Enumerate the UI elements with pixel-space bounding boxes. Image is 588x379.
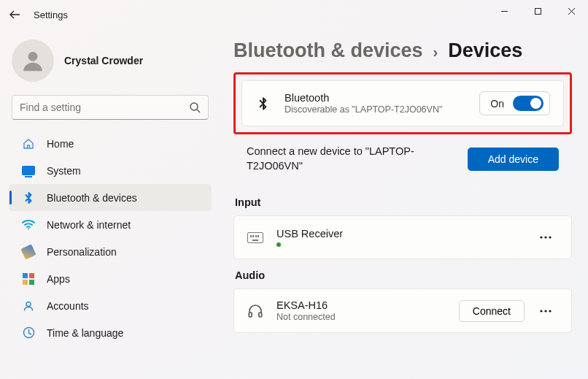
nav-item-accounts[interactable]: Accounts [9, 292, 212, 319]
nav-item-home[interactable]: Home [9, 130, 212, 157]
ellipsis-icon [540, 236, 552, 239]
maximize-button[interactable] [521, 0, 554, 22]
section-heading-input: Input [235, 196, 572, 208]
breadcrumb-parent[interactable]: Bluetooth & devices [233, 39, 423, 62]
nav-item-personalization[interactable]: Personalization [9, 238, 212, 265]
keyboard-icon [247, 229, 263, 245]
input-device-body: USB Receiver [276, 228, 520, 247]
nav-label: Accounts [47, 300, 89, 312]
app-title: Settings [34, 9, 68, 20]
bluetooth-title: Bluetooth [285, 92, 466, 104]
nav-label: Personalization [47, 246, 117, 258]
svg-point-8 [549, 237, 551, 239]
headphones-icon [247, 303, 263, 319]
nav-item-time-language[interactable]: Time & language [9, 319, 212, 346]
back-button[interactable] [0, 0, 29, 29]
search-input[interactable] [20, 102, 189, 113]
search-icon [189, 102, 201, 113]
accounts-icon [22, 299, 35, 313]
arrow-left-icon [9, 9, 20, 20]
add-device-row: Connect a new device to "LAPTOP-T2JO06VN… [233, 137, 572, 186]
connect-button[interactable]: Connect [459, 300, 525, 322]
section-heading-audio: Audio [235, 269, 572, 281]
svg-point-2 [190, 103, 198, 110]
home-icon [22, 137, 35, 150]
bluetooth-highlight-box: Bluetooth Discoverable as "LAPTOP-T2JO06… [233, 72, 572, 134]
audio-device-body: EKSA-H16 Not connected [276, 299, 446, 322]
add-device-button[interactable]: Add device [468, 148, 559, 171]
toggle-label: On [490, 98, 504, 110]
nav-label: Time & language [47, 327, 123, 339]
nav-label: Home [47, 138, 74, 150]
bluetooth-icon [255, 96, 271, 112]
nav-item-system[interactable]: System [9, 157, 212, 184]
wifi-icon [22, 218, 35, 231]
add-device-text: Connect a new device to "LAPTOP-T2JO06VN… [247, 145, 454, 173]
apps-icon [22, 272, 35, 286]
svg-point-11 [540, 310, 542, 312]
svg-rect-0 [535, 8, 541, 14]
svg-point-3 [28, 228, 29, 229]
bluetooth-toggle[interactable]: On [479, 91, 550, 115]
input-device-card[interactable]: USB Receiver [233, 215, 572, 259]
content-area: Bluetooth & devices › Devices Bluetooth … [219, 29, 588, 379]
input-device-title: USB Receiver [276, 228, 520, 240]
breadcrumb: Bluetooth & devices › Devices [233, 39, 572, 62]
nav-item-network[interactable]: Network & internet [9, 211, 212, 238]
audio-device-title: EKSA-H16 [276, 299, 446, 311]
more-button[interactable] [533, 300, 558, 322]
close-button[interactable] [554, 0, 588, 22]
audio-device-status: Not connected [276, 312, 446, 322]
svg-point-1 [28, 52, 38, 61]
window-controls [487, 0, 588, 23]
audio-device-card[interactable]: EKSA-H16 Not connected Connect [233, 288, 572, 333]
bluetooth-subtitle: Discoverable as "LAPTOP-T2JO06VN" [285, 104, 466, 115]
system-icon [22, 164, 35, 177]
nav-item-apps[interactable]: Apps [9, 265, 212, 292]
status-dot-connected-icon [276, 242, 281, 247]
nav-label: Bluetooth & devices [47, 192, 137, 204]
svg-point-6 [540, 237, 542, 239]
bluetooth-card: Bluetooth Discoverable as "LAPTOP-T2JO06… [241, 80, 564, 126]
sidebar: Crystal Crowder Home System Bluetooth [0, 29, 219, 379]
breadcrumb-current: Devices [448, 39, 522, 62]
search-box[interactable] [12, 95, 209, 120]
bluetooth-icon [22, 191, 35, 204]
svg-point-12 [544, 310, 546, 312]
person-icon [20, 48, 45, 73]
nav-label: System [47, 165, 81, 177]
chevron-right-icon: › [433, 44, 438, 61]
svg-point-13 [549, 310, 551, 312]
bluetooth-card-body: Bluetooth Discoverable as "LAPTOP-T2JO06… [285, 92, 466, 115]
close-icon [568, 7, 576, 15]
personalization-icon [22, 245, 35, 259]
avatar [12, 39, 54, 82]
minimize-icon [500, 7, 508, 15]
maximize-icon [534, 7, 542, 15]
profile-block[interactable]: Crystal Crowder [12, 39, 209, 82]
svg-point-7 [544, 237, 546, 239]
time-language-icon [22, 326, 35, 340]
ellipsis-icon [540, 310, 552, 313]
nav-list: Home System Bluetooth & devices Network … [9, 130, 212, 346]
toggle-switch-on-icon [513, 96, 543, 111]
svg-point-4 [26, 302, 31, 306]
nav-label: Apps [47, 273, 70, 285]
titlebar: Settings [0, 0, 588, 29]
minimize-button[interactable] [487, 0, 521, 22]
more-button[interactable] [533, 226, 558, 248]
nav-item-bluetooth-devices[interactable]: Bluetooth & devices [9, 184, 212, 211]
svg-rect-10 [259, 313, 262, 317]
nav-label: Network & internet [47, 219, 131, 231]
svg-rect-9 [249, 313, 252, 317]
profile-name: Crystal Crowder [64, 55, 143, 66]
